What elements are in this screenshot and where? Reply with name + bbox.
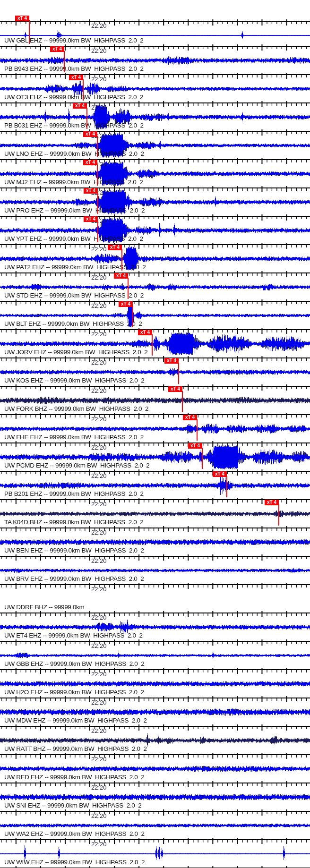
trace-row-uw-mj2-ehz[interactable]: 22:20UW MJ2 EHZ -- 99999.0km BW HIGHPASS… bbox=[0, 159, 310, 187]
station-label: UW MDW EHZ -- 99999.0km BW HIGHPASS 2.0 … bbox=[4, 717, 147, 724]
pick-flag[interactable]: xT 4 bbox=[168, 386, 182, 392]
pick-flag[interactable]: xT 4 bbox=[138, 330, 152, 335]
station-label: UW BRV EHZ -- 99999.0km BW HIGHPASS 2.0 … bbox=[4, 575, 144, 582]
station-label: UW H2O EHZ -- 99999.0km BW HIGHPASS 2.0 … bbox=[4, 689, 144, 696]
pick-flag[interactable]: xT 4 bbox=[83, 131, 97, 137]
trace-row-uw-gbb-ehz[interactable]: 22:20UW GBB EHZ -- 99999.0km BW HIGHPASS… bbox=[0, 641, 310, 669]
trace-row-uw-ben-ehz[interactable]: 22:20UW BEN EHZ -- 99999.0km BW HIGHPASS… bbox=[0, 528, 310, 556]
pick-time-line[interactable] bbox=[202, 448, 203, 469]
trace-row-uw-ot3-ehz[interactable]: 22:20UW OT3 EHZ -- 99999.0km BW HIGHPASS… bbox=[0, 74, 310, 102]
minute-tick-label: 22:20 bbox=[91, 47, 107, 54]
station-label: PB B201 EHZ -- 99999.0km BW HIGHPASS 2.0… bbox=[4, 490, 144, 497]
station-label: UW STD EHZ -- 99999.0km BW HIGHPASS 2.0 … bbox=[4, 292, 144, 299]
minute-tick-label: 22:20 bbox=[91, 76, 107, 83]
station-label: UW RED EHZ -- 99999.0km BW HIGHPASS 2.0 … bbox=[4, 774, 144, 781]
station-label: UW PCMD EHZ -- 99999.0km BW HIGHPASS 2.0… bbox=[4, 462, 149, 469]
pick-time-line[interactable] bbox=[121, 249, 122, 271]
pick-time-line[interactable] bbox=[178, 363, 179, 384]
pick-time-line[interactable] bbox=[226, 476, 227, 497]
minute-tick-label: 22:20 bbox=[91, 557, 107, 564]
station-label: UW DDRF BHZ -- 99999.0km bbox=[4, 604, 84, 611]
pick-flag[interactable]: xT 4 bbox=[119, 301, 133, 307]
pick-time-line[interactable] bbox=[128, 278, 129, 299]
trace-row-uw-std-ehz[interactable]: 22:20UW STD EHZ -- 99999.0km BW HIGHPASS… bbox=[0, 272, 310, 301]
pick-flag[interactable]: xT 4 bbox=[164, 358, 179, 364]
minute-tick-label: 22:20 bbox=[91, 472, 107, 479]
trace-row-uw-brv-ehz[interactable]: 22:20UW BRV EHZ -- 99999.0km BW HIGHPASS… bbox=[0, 556, 310, 584]
pick-flag[interactable]: xT 4 bbox=[265, 500, 279, 505]
station-label: UW WA2 EHZ -- 99999.0km BW HIGHPASS 2.0 … bbox=[4, 830, 145, 837]
pick-flag[interactable]: xT 4 bbox=[69, 75, 83, 80]
trace-row-pb-b201-ehz[interactable]: 22:20PB B201 EHZ -- 99999.0km BW HIGHPAS… bbox=[0, 471, 310, 499]
trace-row-uw-ypt-ehz[interactable]: 22:20UW YPT EHZ -- 99999.0km BW HIGHPASS… bbox=[0, 216, 310, 244]
trace-row-uw-wa2-ehz[interactable]: 22:20UW WA2 EHZ -- 99999.0km BW HIGHPASS… bbox=[0, 811, 310, 839]
pick-flag[interactable]: xT 4 bbox=[84, 188, 98, 194]
minute-tick-label: 22:20 bbox=[91, 699, 107, 706]
trace-row-uw-blt-ehz[interactable]: 22:20UW BLT EHZ -- 99999.0km BW HIGHPASS… bbox=[0, 301, 310, 329]
station-label: UW SNI EHZ -- 99999.0km BW HIGHPASS 2.0 … bbox=[4, 802, 141, 809]
pick-flag[interactable]: xT 4 bbox=[183, 415, 197, 420]
seismic-trace-viewer: 60496667 UW Jan 22, 2013 22:20:02.00 46.… bbox=[0, 0, 310, 868]
pick-flag[interactable]: xT 4 bbox=[15, 16, 29, 21]
trace-row-uw-fork-bhz[interactable]: 22:20UW FORK BHZ -- 99999.0km BW HIGHPAS… bbox=[0, 386, 310, 414]
trace-row-uw-lno-ehz[interactable]: 22:20UW LNO EHZ -- 99999.0km BW HIGHPASS… bbox=[0, 131, 310, 159]
pick-time-line[interactable] bbox=[97, 136, 98, 157]
station-label: UW FHE EHZ -- 99999.0km BW HIGHPASS 2.0 … bbox=[4, 434, 144, 441]
pick-time-line[interactable] bbox=[29, 20, 30, 44]
minute-tick-label: 22:20 bbox=[91, 444, 107, 451]
station-label: UW PRO EHZ -- 99999.0km BW HIGHPASS 2.0 … bbox=[4, 207, 145, 214]
pick-time-line[interactable] bbox=[64, 51, 65, 72]
minute-tick-label: 22:20 bbox=[91, 727, 107, 734]
trace-row-pb-b943-ehz[interactable]: 22:20PB B943 EHZ -- 99999.0km BW HIGHPAS… bbox=[0, 46, 310, 74]
trace-row-ta-k04d-bhz[interactable]: 22:20TA K04D BHZ -- 99999.0km BW HIGHPAS… bbox=[0, 499, 310, 528]
trace-row-uw-ddrf-bhz[interactable]: 22:20UW DDRF BHZ -- 99999.0km bbox=[0, 584, 310, 613]
pick-flag[interactable]: xT 4 bbox=[114, 273, 128, 279]
pick-time-line[interactable] bbox=[152, 334, 153, 356]
pick-time-line[interactable] bbox=[197, 419, 198, 441]
trace-row-uw-fhe-ehz[interactable]: 22:20UW FHE EHZ -- 99999.0km BW HIGHPASS… bbox=[0, 414, 310, 443]
trace-row-uw-h2o-ehz[interactable]: 22:20UW H2O EHZ -- 99999.0km BW HIGHPASS… bbox=[0, 669, 310, 698]
minute-tick-label: 22:20 bbox=[91, 586, 107, 593]
pick-flag[interactable]: xT 4 bbox=[84, 216, 98, 222]
pick-flag[interactable]: xT 4 bbox=[213, 471, 227, 477]
station-label: UW JORV EHZ -- 99999.0km BW HIGHPASS 2.0… bbox=[4, 349, 147, 356]
pick-flag[interactable]: xT 4 bbox=[108, 245, 122, 250]
pick-time-line[interactable] bbox=[278, 504, 279, 526]
minute-tick-label: 22:20 bbox=[91, 671, 107, 678]
minute-tick-label: 22:20 bbox=[91, 812, 107, 819]
trace-row-uw-sni-ehz[interactable]: 22:20UW SNI EHZ -- 99999.0km BW HIGHPASS… bbox=[0, 783, 310, 811]
minute-tick-label: 22:20 bbox=[91, 246, 107, 253]
pick-flag[interactable]: xT 4 bbox=[188, 443, 202, 449]
pick-flag[interactable]: xT 4 bbox=[73, 103, 87, 109]
trace-row-uw-mdw-ehz[interactable]: 22:20UW MDW EHZ -- 99999.0km BW HIGHPASS… bbox=[0, 698, 310, 726]
pick-time-line[interactable] bbox=[97, 193, 98, 214]
pick-time-line[interactable] bbox=[97, 221, 98, 242]
trace-row-uw-pro-ehz[interactable]: 22:20UW PRO EHZ -- 99999.0km BW HIGHPASS… bbox=[0, 187, 310, 216]
trace-row-uw-kos-ehz[interactable]: 22:20UW KOS EHZ -- 99999.0km BW HIGHPASS… bbox=[0, 357, 310, 386]
trace-row-uw-ratt-bhz[interactable]: 22:20UW RATT BHZ -- 99999.0km BW HIGHPAS… bbox=[0, 726, 310, 754]
pick-flag[interactable]: xT 4 bbox=[50, 46, 64, 52]
pick-time-line[interactable] bbox=[132, 306, 133, 327]
trace-row-uw-pcmd-ehz[interactable]: 22:20UW PCMD EHZ -- 99999.0km BW HIGHPAS… bbox=[0, 443, 310, 471]
trace-row-uw-et4-ehz[interactable]: 22:20UW ET4 EHZ -- 99999.0km BW HIGHPASS… bbox=[0, 613, 310, 641]
minute-tick-label: 22:20 bbox=[91, 331, 107, 338]
minute-tick-label: 22:20 bbox=[91, 642, 107, 649]
trace-row-uw-jorv-ehz[interactable]: 22:20UW JORV EHZ -- 99999.0km BW HIGHPAS… bbox=[0, 329, 310, 357]
station-label: UW OT3 EHZ -- 99999.0km BW HIGHPASS 2.0 … bbox=[4, 94, 143, 101]
minute-tick-label: 22:20 bbox=[91, 302, 107, 309]
pick-time-line[interactable] bbox=[182, 391, 183, 412]
minute-tick-label: 22:20 bbox=[91, 387, 107, 394]
trace-row-pb-b031-ehz[interactable]: 22:20PB B031 EHZ -- 99999.0km BW HIGHPAS… bbox=[0, 102, 310, 131]
station-label: UW FORK BHZ -- 99999.0km BW HIGHPASS 2.0… bbox=[4, 405, 148, 412]
station-label: UW YPT EHZ -- 99999.0km BW HIGHPASS 2.0 … bbox=[4, 235, 143, 242]
minute-tick-label: 22:20 bbox=[91, 501, 107, 508]
pick-time-line[interactable] bbox=[83, 79, 84, 101]
trace-row-uw-gbl-ehz[interactable]: 22:20UW GBL EHZ -- 99999.0km BW HIGHPASS… bbox=[0, 21, 310, 46]
trace-row-uw-red-ehz[interactable]: 22:20UW RED EHZ -- 99999.0km BW HIGHPASS… bbox=[0, 754, 310, 783]
pick-flag[interactable]: xT 4 bbox=[83, 160, 97, 165]
pick-time-line[interactable] bbox=[97, 164, 98, 186]
trace-row-uw-wiw-ehz[interactable]: 22:20UW WIW EHZ -- 99999.0km BW HIGHPASS… bbox=[0, 839, 310, 868]
pick-time-line[interactable] bbox=[86, 108, 87, 129]
minute-tick-label: 22:20 bbox=[91, 841, 107, 848]
trace-row-uw-pat2-ehz[interactable]: 22:20UW PAT2 EHZ -- 99999.0km BW HIGHPAS… bbox=[0, 244, 310, 272]
